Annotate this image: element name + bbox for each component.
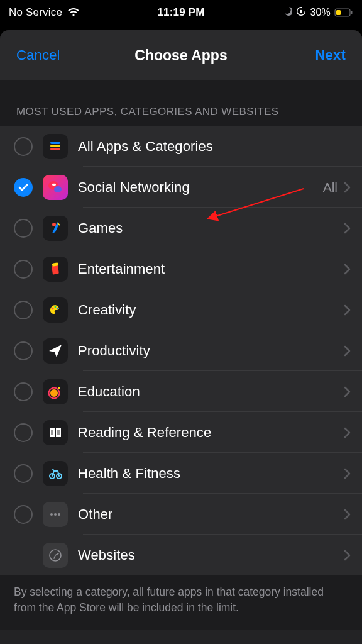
battery-pct: 30% xyxy=(310,7,331,18)
chevron-right-icon xyxy=(344,427,351,438)
carrier-text: No Service xyxy=(9,6,62,19)
category-list: All Apps & Categories Social Networking … xyxy=(0,126,362,575)
education-icon xyxy=(43,379,68,404)
chevron-right-icon xyxy=(344,550,351,561)
svg-point-15 xyxy=(57,308,59,309)
svg-point-14 xyxy=(55,306,57,308)
svg-point-23 xyxy=(58,513,60,516)
wifi-icon xyxy=(67,8,80,17)
radio-spacer xyxy=(14,546,33,565)
next-button[interactable]: Next xyxy=(315,47,346,63)
chevron-right-icon xyxy=(344,468,351,479)
radio-unchecked[interactable] xyxy=(14,423,33,442)
chevron-right-icon xyxy=(344,182,351,193)
list-item-reading[interactable]: Reading & Reference xyxy=(0,412,362,453)
svg-point-13 xyxy=(52,308,54,309)
list-item-other[interactable]: Other xyxy=(0,494,362,535)
chevron-right-icon xyxy=(344,223,351,234)
list-item-social-networking[interactable]: Social Networking All xyxy=(0,167,362,208)
svg-rect-11 xyxy=(52,265,59,274)
chevron-right-icon xyxy=(344,264,351,275)
svg-rect-7 xyxy=(50,142,60,144)
websites-icon xyxy=(43,543,68,568)
svg-point-10 xyxy=(52,223,56,226)
row-label: Productivity xyxy=(78,343,344,359)
svg-rect-3 xyxy=(336,10,341,15)
svg-point-9 xyxy=(54,186,62,192)
svg-point-21 xyxy=(50,513,53,516)
productivity-icon xyxy=(43,338,68,364)
list-item-games[interactable]: Games xyxy=(0,208,362,248)
svg-rect-5 xyxy=(50,148,60,150)
radio-unchecked[interactable] xyxy=(14,464,33,483)
creativity-icon xyxy=(43,297,68,323)
reading-icon xyxy=(43,420,68,445)
social-icon xyxy=(43,175,68,200)
radio-checked[interactable] xyxy=(14,178,33,197)
row-label: Games xyxy=(78,220,344,236)
games-icon xyxy=(43,216,68,241)
row-label: Entertainment xyxy=(78,261,344,277)
chevron-right-icon xyxy=(344,386,351,397)
svg-point-18 xyxy=(58,387,60,389)
list-item-education[interactable]: Education xyxy=(0,371,362,412)
radio-unchecked[interactable] xyxy=(14,341,33,360)
row-label: Websites xyxy=(78,547,344,564)
list-item-creativity[interactable]: Creativity xyxy=(0,289,362,330)
list-item-health[interactable]: Health & Fitness xyxy=(0,453,362,494)
moon-icon xyxy=(282,6,292,19)
radio-unchecked[interactable] xyxy=(14,505,33,524)
battery-icon xyxy=(334,8,353,17)
cancel-button[interactable]: Cancel xyxy=(16,47,60,63)
row-label: All Apps & Categories xyxy=(78,138,351,155)
list-item-all-apps[interactable]: All Apps & Categories xyxy=(0,126,362,167)
clock: 11:19 PM xyxy=(124,6,239,19)
chevron-right-icon xyxy=(344,304,351,316)
svg-rect-6 xyxy=(50,145,60,147)
svg-rect-4 xyxy=(351,11,353,14)
radio-unchecked[interactable] xyxy=(14,219,33,238)
row-detail: All xyxy=(323,180,337,195)
row-label: Health & Fitness xyxy=(78,465,344,482)
chevron-right-icon xyxy=(344,509,351,520)
footer-note: By selecting a category, all future apps… xyxy=(0,575,362,630)
section-header: MOST USED APPS, CATEGORIES AND WEBSITES xyxy=(0,106,362,126)
svg-point-16 xyxy=(50,389,58,397)
stack-icon xyxy=(43,134,68,159)
modal-sheet: Cancel Choose Apps Next MOST USED APPS, … xyxy=(0,30,362,644)
row-label: Creativity xyxy=(78,302,344,318)
entertainment-icon xyxy=(43,257,68,282)
status-bar: No Service 11:19 PM 30% xyxy=(0,0,362,25)
page-title: Choose Apps xyxy=(99,47,263,64)
svg-point-22 xyxy=(54,513,57,516)
row-label: Education xyxy=(78,384,344,400)
orientation-lock-icon xyxy=(296,6,306,19)
chevron-right-icon xyxy=(344,345,351,357)
nav-bar: Cancel Choose Apps Next xyxy=(0,30,362,80)
list-item-productivity[interactable]: Productivity xyxy=(0,330,362,371)
row-label: Reading & Reference xyxy=(78,425,344,441)
radio-unchecked[interactable] xyxy=(14,260,33,279)
list-item-entertainment[interactable]: Entertainment xyxy=(0,248,362,289)
health-icon xyxy=(43,461,68,486)
list-item-websites[interactable]: Websites xyxy=(0,535,362,575)
row-label: Other xyxy=(78,506,344,523)
radio-unchecked[interactable] xyxy=(14,382,33,401)
radio-unchecked[interactable] xyxy=(14,301,33,319)
radio-unchecked[interactable] xyxy=(14,137,33,156)
row-label: Social Networking xyxy=(78,179,323,196)
other-icon xyxy=(43,502,68,527)
